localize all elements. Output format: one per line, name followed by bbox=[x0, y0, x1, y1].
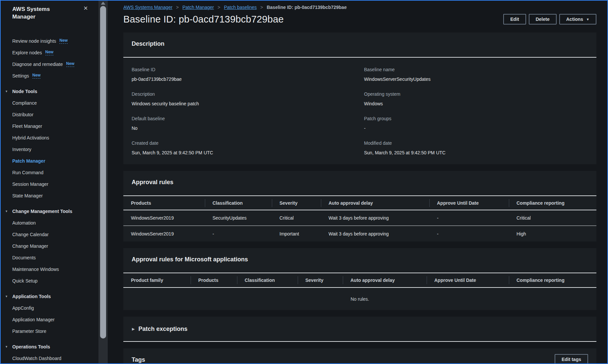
sidebar-nav: Review node insights New Explore nodes N… bbox=[1, 35, 98, 364]
ms-approval-rules-table: Product family Products Classification S… bbox=[123, 273, 596, 310]
sidebar-item-label: Quick Setup bbox=[12, 278, 37, 284]
sidebar-item-state-manager[interactable]: State Manager bbox=[1, 190, 98, 201]
field-description: Description Windows security baseline pa… bbox=[132, 91, 364, 107]
breadcrumb-link-aws-systems-manager[interactable]: AWS Systems Manager bbox=[123, 5, 172, 10]
field-label: Patch groups bbox=[364, 115, 588, 122]
close-icon[interactable]: × bbox=[84, 5, 88, 12]
breadcrumb: AWS Systems Manager > Patch Manager > Pa… bbox=[123, 5, 596, 10]
column-header: Auto approval delay bbox=[343, 273, 427, 287]
sidebar-item-patch-manager[interactable]: Patch Manager bbox=[1, 155, 98, 167]
empty-state-text: No rules. bbox=[123, 288, 596, 310]
sidebar-item-explore-nodes[interactable]: Explore nodes New bbox=[1, 47, 98, 58]
sidebar-item-session-manager[interactable]: Session Manager bbox=[1, 178, 98, 190]
new-badge: New bbox=[59, 38, 68, 44]
sidebar-section-application-tools[interactable]: ▼ Application Tools bbox=[1, 290, 98, 302]
sidebar-item-settings[interactable]: Settings New bbox=[1, 70, 98, 81]
cell: Wait 3 days before approving bbox=[321, 215, 429, 221]
cell: High bbox=[509, 231, 596, 236]
column-header: Severity bbox=[272, 196, 321, 210]
sidebar-item-cloudwatch-dashboard[interactable]: CloudWatch Dashboard bbox=[1, 352, 98, 364]
sidebar-item-compliance[interactable]: Compliance bbox=[1, 97, 98, 109]
sidebar-item-label: Run Command bbox=[12, 170, 43, 175]
breadcrumb-separator-icon: > bbox=[217, 5, 220, 10]
breadcrumb-current: Baseline ID: pb-0acd7139bcb729bae bbox=[267, 5, 346, 10]
field-value: Sun, March 9, 2025 at 9:42:50 PM UTC bbox=[364, 149, 588, 156]
edit-tags-button[interactable]: Edit tags bbox=[555, 354, 588, 364]
field-default-baseline: Default baseline No bbox=[132, 115, 364, 132]
section-title: Application Tools bbox=[12, 294, 51, 299]
sidebar-scrollbar-track[interactable] bbox=[98, 1, 108, 363]
sidebar-item-application-manager[interactable]: Application Manager bbox=[1, 314, 98, 325]
sidebar-item-inventory[interactable]: Inventory bbox=[1, 143, 98, 155]
sidebar-item-label: Fleet Manager bbox=[12, 124, 42, 129]
sidebar-item-documents[interactable]: Documents bbox=[1, 252, 98, 263]
sidebar-item-change-manager[interactable]: Change Manager bbox=[1, 240, 98, 252]
breadcrumb-separator-icon: > bbox=[176, 5, 179, 10]
table-header-row: Product family Products Classification S… bbox=[123, 273, 596, 288]
header-actions: Edit Delete Actions ▼ bbox=[503, 14, 596, 25]
chevron-down-icon: ▼ bbox=[5, 345, 12, 348]
sidebar-section-change-management-tools[interactable]: ▼ Change Management Tools bbox=[1, 205, 98, 217]
sidebar-item-appconfig[interactable]: AppConfig bbox=[1, 302, 98, 314]
actions-dropdown-button[interactable]: Actions ▼ bbox=[559, 14, 596, 25]
sidebar-item-quick-setup[interactable]: Quick Setup bbox=[1, 275, 98, 286]
sidebar-item-distributor[interactable]: Distributor bbox=[1, 109, 98, 120]
field-modified-date: Modified date Sun, March 9, 2025 at 9:42… bbox=[364, 140, 588, 156]
sidebar-title: AWS Systems Manager bbox=[1, 5, 69, 21]
sidebar-item-label: Patch Manager bbox=[12, 158, 45, 164]
panel-title: Description bbox=[132, 40, 588, 48]
sidebar-item-run-command[interactable]: Run Command bbox=[1, 167, 98, 178]
chevron-down-icon: ▼ bbox=[5, 210, 12, 213]
cell: WindowsServer2019 bbox=[123, 231, 205, 236]
cell: SecurityUpdates bbox=[205, 215, 272, 221]
delete-button[interactable]: Delete bbox=[529, 14, 557, 25]
edit-button[interactable]: Edit bbox=[503, 14, 526, 25]
breadcrumb-link-patch-baselines[interactable]: Patch baselines bbox=[224, 5, 257, 10]
patch-exceptions-expander[interactable]: ▶ Patch exceptions bbox=[123, 317, 596, 342]
panel-title: Approval rules for Microsoft application… bbox=[132, 255, 588, 263]
sidebar-item-label: Maintenance Windows bbox=[12, 267, 59, 272]
cell: WindowsServer2019 bbox=[123, 215, 205, 221]
sidebar-item-label: Inventory bbox=[12, 147, 31, 152]
sidebar-item-label: Parameter Store bbox=[12, 329, 46, 334]
sidebar-item-fleet-manager[interactable]: Fleet Manager bbox=[1, 120, 98, 132]
sidebar-section-node-tools[interactable]: ▼ Node Tools bbox=[1, 85, 98, 97]
cell: - bbox=[429, 231, 509, 236]
column-header: Approve Until Date bbox=[429, 196, 509, 210]
sidebar-item-change-calendar[interactable]: Change Calendar bbox=[1, 229, 98, 240]
section-title: Change Management Tools bbox=[12, 209, 72, 214]
field-created-date: Created date Sun, March 9, 2025 at 9:42:… bbox=[132, 140, 364, 156]
field-label: Default baseline bbox=[132, 115, 364, 122]
new-badge: New bbox=[45, 50, 54, 55]
breadcrumb-link-patch-manager[interactable]: Patch Manager bbox=[182, 5, 214, 10]
sidebar-item-automation[interactable]: Automation bbox=[1, 217, 98, 229]
sidebar-item-label: Compliance bbox=[12, 100, 37, 106]
column-header: Approve Until Date bbox=[427, 273, 509, 287]
sidebar-item-label: Settings bbox=[12, 73, 29, 78]
chevron-down-icon: ▼ bbox=[5, 295, 12, 298]
scroll-up-arrow-icon[interactable] bbox=[101, 2, 105, 5]
sidebar-scrollbar-thumb[interactable] bbox=[100, 6, 106, 338]
sidebar-section-operations-tools[interactable]: ▼ Operations Tools bbox=[1, 341, 98, 352]
field-patch-groups: Patch groups - bbox=[364, 115, 588, 132]
ms-approval-rules-panel: Approval rules for Microsoft application… bbox=[123, 248, 596, 310]
field-label: Created date bbox=[132, 140, 364, 146]
cell: Critical bbox=[272, 215, 321, 221]
cell: Critical bbox=[509, 215, 596, 221]
new-badge: New bbox=[66, 62, 75, 67]
approval-rules-table: Products Classification Severity Auto ap… bbox=[123, 196, 596, 241]
sidebar-item-hybrid-activations[interactable]: Hybrid Activations bbox=[1, 132, 98, 143]
field-value: Windows bbox=[364, 100, 588, 107]
sidebar-item-maintenance-windows[interactable]: Maintenance Windows bbox=[1, 263, 98, 275]
cell: Wait 3 days before approving bbox=[321, 231, 429, 236]
sidebar-item-parameter-store[interactable]: Parameter Store bbox=[1, 325, 98, 337]
panel-title: Approval rules bbox=[132, 178, 588, 186]
sidebar-item-diagnose-and-remediate[interactable]: Diagnose and remediate New bbox=[1, 58, 98, 70]
section-title: Operations Tools bbox=[12, 344, 50, 349]
section-title: Node Tools bbox=[12, 89, 37, 94]
main-content: AWS Systems Manager > Patch Manager > Pa… bbox=[108, 1, 607, 363]
field-baseline-name: Baseline name WindowsServerSecurityUpdat… bbox=[364, 66, 588, 83]
sidebar-item-review-node-insights[interactable]: Review node insights New bbox=[1, 35, 98, 47]
sidebar-item-label: Distributor bbox=[12, 112, 33, 117]
field-value: - bbox=[364, 125, 588, 132]
